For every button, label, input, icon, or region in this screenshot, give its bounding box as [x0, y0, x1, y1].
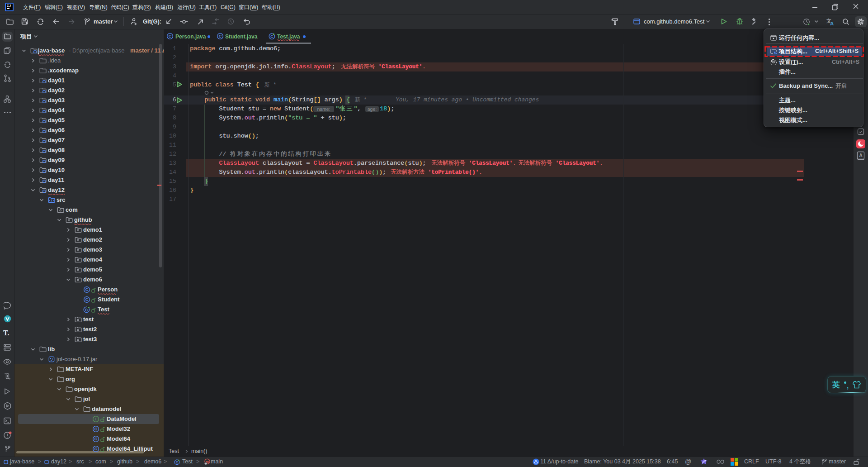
svg-text:A: A	[859, 153, 863, 158]
svg-text:A: A	[830, 21, 834, 26]
